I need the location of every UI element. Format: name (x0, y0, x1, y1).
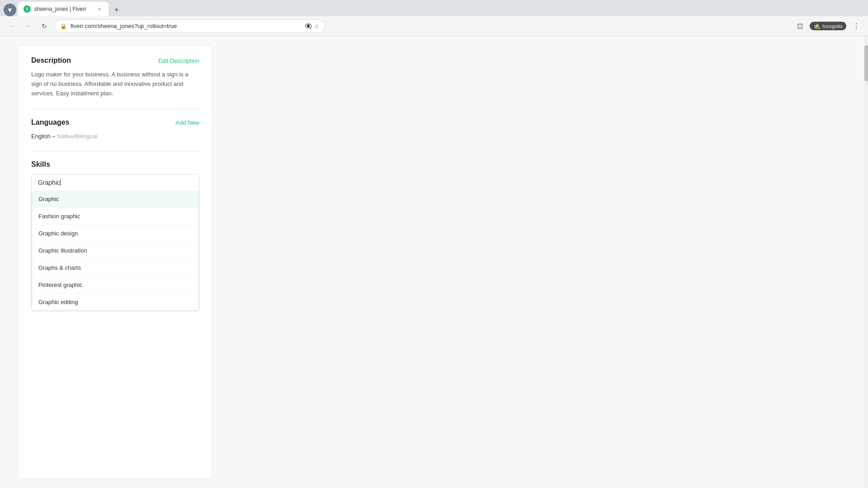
languages-header: Languages Add New (31, 118, 199, 127)
profile-menu-btn[interactable]: ▼ (4, 4, 16, 16)
no-track-icon: 👁‍🗨 (305, 23, 312, 29)
skills-section: Skills Graphic Graphic Fashion graphic G… (31, 160, 199, 311)
address-bar[interactable]: 🔒 fiverr.com/sheena_jones?up_rollout=tru… (54, 19, 326, 33)
dropdown-item-5[interactable]: Pinterest graphic (32, 277, 198, 294)
skills-title: Skills (31, 160, 50, 169)
scrollbar-track (864, 36, 868, 488)
page-container: Description Edit Description Logo maker … (0, 36, 868, 488)
language-item: English – Native/Bilingual (31, 132, 199, 140)
tab-bar: ▼ f sheena_jones | Fiverr × + (0, 0, 868, 16)
language-name: English – (31, 133, 57, 140)
split-screen-btn[interactable]: ⊡ (793, 20, 806, 33)
lock-icon: 🔒 (60, 23, 67, 29)
scrollbar-thumb[interactable] (864, 45, 868, 81)
forward-btn[interactable]: → (22, 20, 34, 33)
description-section: Description Edit Description Logo maker … (31, 56, 199, 98)
edit-description-btn[interactable]: Edit Description (158, 57, 199, 64)
divider-1 (31, 109, 199, 109)
dropdown-item-1[interactable]: Fashion graphic (32, 208, 198, 225)
divider-2 (31, 151, 199, 151)
browser-window: ▼ f sheena_jones | Fiverr × + ← → ↻ 🔒 fi… (0, 0, 868, 488)
browser-toolbar: ← → ↻ 🔒 fiverr.com/sheena_jones?up_rollo… (0, 16, 868, 36)
description-header: Description Edit Description (31, 56, 199, 65)
dropdown-item-4[interactable]: Graphs & charts (32, 259, 198, 277)
toolbar-right: ⊡ 🕵 Incognito ⋮ (793, 20, 863, 33)
dropdown-item-6[interactable]: Graphic editing (32, 294, 198, 310)
skills-header: Skills (31, 160, 199, 169)
browser-content: Description Edit Description Logo maker … (0, 36, 868, 488)
skills-input-wrapper: Graphic Graphic Fashion graphic Graphic … (31, 174, 199, 311)
languages-title: Languages (31, 118, 69, 127)
skills-input-text: Graphic (38, 179, 60, 186)
dropdown-item-0[interactable]: Graphic (32, 191, 198, 208)
text-cursor (60, 179, 61, 186)
incognito-label: Incognito (822, 23, 843, 29)
languages-section: Languages Add New English – Native/Bilin… (31, 118, 199, 140)
new-tab-btn[interactable]: + (110, 4, 123, 16)
back-btn[interactable]: ← (5, 20, 18, 33)
tab-close-btn[interactable]: × (96, 5, 103, 13)
add-new-language-btn[interactable]: Add New (175, 119, 199, 126)
skills-input-display[interactable]: Graphic (32, 174, 199, 191)
dropdown-item-3[interactable]: Graphic illustration (32, 242, 198, 259)
dropdown-item-2[interactable]: Graphic design (32, 225, 198, 242)
incognito-badge: 🕵 Incognito (810, 22, 846, 30)
active-tab[interactable]: f sheena_jones | Fiverr × (18, 2, 108, 16)
description-text: Logo maker for your business. A business… (31, 70, 199, 98)
profile-card: Description Edit Description Logo maker … (18, 45, 212, 479)
reload-btn[interactable]: ↻ (38, 20, 51, 33)
language-level: Native/Bilingual (57, 133, 98, 140)
address-bar-icons: 👁‍🗨 ☆ (305, 23, 320, 30)
description-title: Description (31, 56, 71, 65)
menu-btn[interactable]: ⋮ (850, 20, 863, 33)
tab-favicon: f (24, 5, 31, 13)
skills-dropdown: Graphic Fashion graphic Graphic design G… (32, 191, 199, 311)
tab-title: sheena_jones | Fiverr (34, 6, 92, 12)
url-display: fiverr.com/sheena_jones?up_rollout=true (71, 23, 301, 29)
bookmark-icon[interactable]: ☆ (314, 23, 320, 30)
